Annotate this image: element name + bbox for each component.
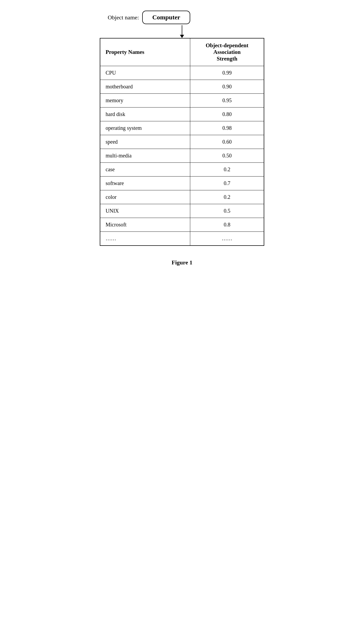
table-row: operating system0.98: [100, 121, 264, 135]
property-name-cell: multi-media: [100, 149, 190, 163]
table-row: case0.2: [100, 163, 264, 177]
strength-value-cell: 0.98: [190, 121, 264, 135]
object-name-box: Computer: [142, 11, 190, 24]
property-name-cell: memory: [100, 94, 190, 108]
strength-value-cell: 0.99: [190, 66, 264, 80]
strength-value-cell: 0.5: [190, 204, 264, 218]
property-name-cell: software: [100, 177, 190, 190]
table-row: …………: [100, 232, 264, 246]
strength-value-cell: 0.60: [190, 135, 264, 149]
arrow-head: [180, 35, 184, 38]
table-header-row: Property Names Object-dependentAssociati…: [100, 38, 264, 66]
property-name-cell: hard disk: [100, 108, 190, 121]
property-table: Property Names Object-dependentAssociati…: [100, 38, 264, 246]
strength-value-cell: 0.8: [190, 218, 264, 232]
arrow-line: [182, 25, 182, 35]
property-name-cell: CPU: [100, 66, 190, 80]
table-row: memory0.95: [100, 94, 264, 108]
table-row: motherboard0.90: [100, 80, 264, 94]
table-row: UNIX0.5: [100, 204, 264, 218]
table-row: color0.2: [100, 190, 264, 204]
object-name-row: Object name: Computer: [100, 11, 264, 24]
property-name-cell: color: [100, 190, 190, 204]
property-name-cell: operating system: [100, 121, 190, 135]
strength-value-cell: 0.90: [190, 80, 264, 94]
property-name-cell: case: [100, 163, 190, 177]
diagram-wrapper: Object name: Computer Property Names Obj…: [100, 11, 264, 246]
col1-header: Property Names: [100, 38, 190, 66]
strength-value-cell: 0.80: [190, 108, 264, 121]
table-row: speed0.60: [100, 135, 264, 149]
arrow-connector: [180, 25, 184, 38]
strength-value-cell: 0.7: [190, 177, 264, 190]
table-row: software0.7: [100, 177, 264, 190]
strength-value-cell: 0.95: [190, 94, 264, 108]
object-name-label: Object name:: [108, 14, 139, 21]
table-row: hard disk0.80: [100, 108, 264, 121]
property-name-cell: Microsoft: [100, 218, 190, 232]
strength-value-cell: 0.50: [190, 149, 264, 163]
figure-caption: Figure 1: [172, 259, 192, 266]
property-name-cell: ……: [100, 232, 190, 246]
strength-value-cell: ……: [190, 232, 264, 246]
property-name-cell: UNIX: [100, 204, 190, 218]
col2-header: Object-dependentAssociationStrength: [190, 38, 264, 66]
table-row: Microsoft0.8: [100, 218, 264, 232]
page-container: Object name: Computer Property Names Obj…: [100, 11, 264, 266]
strength-value-cell: 0.2: [190, 190, 264, 204]
table-row: multi-media0.50: [100, 149, 264, 163]
strength-value-cell: 0.2: [190, 163, 264, 177]
property-name-cell: motherboard: [100, 80, 190, 94]
table-row: CPU0.99: [100, 66, 264, 80]
property-name-cell: speed: [100, 135, 190, 149]
